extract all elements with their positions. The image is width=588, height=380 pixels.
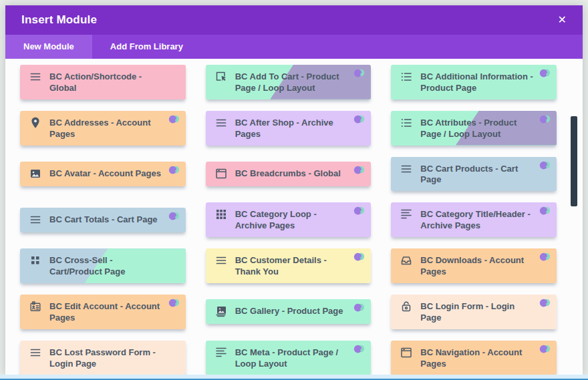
module-tile-bc-category-title-header-archive-pages[interactable]: BC Category Title/Header - Archive Pages [391,202,557,237]
module-tile-bc-action-shortcode-global[interactable]: BC Action/Shortcode - Global [20,65,186,100]
module-tile-label: BC Add To Cart - Product Page / Loop Lay… [235,71,350,94]
scrollbar-thumb[interactable] [571,116,577,206]
grid-icon [214,208,228,221]
module-tile-label: BC Login Form - Login Page [420,301,535,324]
module-tile-bc-cart-totals-cart-page[interactable]: BC Cart Totals - Cart Page [20,208,186,232]
ai-badge-icon [353,344,365,354]
module-tile-label: BC Navigation - Account Pages [420,347,535,370]
module-tile-bc-after-shop-archive-pages[interactable]: BC After Shop - Archive Pages [206,111,372,146]
cursor-click-icon [214,70,228,83]
module-tile-bc-downloads-account-pages[interactable]: BC Downloads - Account Pages [391,248,557,283]
module-tile-label: BC Category Title/Header - Archive Pages [420,209,535,232]
ai-badge-icon [168,114,180,124]
module-tile-label: BC Customer Details - Thank You [235,255,350,278]
ai-badge-icon [168,298,180,308]
module-tile-bc-category-loop-archive-pages[interactable]: BC Category Loop - Archive Pages [206,202,372,237]
id-card-icon [29,300,42,313]
module-tile-bc-cross-sell-cart-product-page[interactable]: BC Cross-Sell - Cart/Product Page [20,248,186,283]
ai-badge-icon [539,252,551,262]
blocks-icon [29,254,42,267]
ai-badge-icon [539,344,551,354]
module-tile-label: BC Cross-Sell - Cart/Product Page [49,255,164,278]
module-tile-label: BC Lost Password Form - Login Page [49,347,164,370]
ai-badge-icon [353,68,365,78]
detail-list-icon [400,70,413,83]
insert-module-modal: Insert Module ✕ New Module Add From Libr… [5,5,583,375]
close-icon[interactable]: ✕ [558,15,567,25]
module-tile-label: BC Meta - Product Page / Loop Layout [235,347,350,370]
text-align-icon [214,346,228,359]
ai-badge-icon [353,114,365,124]
module-tile-bc-attributes-product-page-loop-layout[interactable]: BC Attributes - Product Page / Loop Layo… [391,111,557,146]
module-tile-label: BC Gallery - Product Page [235,306,343,317]
ai-badge-icon [353,252,365,262]
menu-icon [29,346,42,359]
ai-badge-icon [168,211,180,221]
modal-tabs: New Module Add From Library [5,35,583,59]
module-tile-bc-cart-products-cart-page[interactable]: BC Cart Products - Cart Page [391,157,557,192]
modal-title: Insert Module [21,13,97,27]
ai-badge-icon [539,298,551,308]
ai-badge-icon [353,206,365,216]
ai-badge-icon [539,114,551,124]
module-tile-label: BC Action/Shortcode - Global [49,71,164,94]
module-tile-label: BC Downloads - Account Pages [420,255,535,278]
window-icon [400,346,413,359]
module-tile-label: BC Avatar - Account Pages [49,168,161,180]
tab-add-from-library[interactable]: Add From Library [92,35,201,59]
ai-badge-icon [539,68,551,78]
image-icon [29,167,42,180]
menu-icon [214,254,228,267]
module-tile-bc-customer-details-thank-you[interactable]: BC Customer Details - Thank You [206,248,372,283]
module-tile-label: BC Additional Information - Product Page [420,71,535,94]
ai-badge-icon [353,165,365,175]
module-tile-label: BC Category Loop - Archive Pages [235,209,350,232]
module-tile-bc-add-to-cart-product-page-loop-layout[interactable]: BC Add To Cart - Product Page / Loop Lay… [206,65,372,100]
menu-icon [29,70,42,83]
lock-icon [400,300,413,313]
module-tile-bc-edit-account-account-pages[interactable]: BC Edit Account - Account Pages [20,295,186,329]
module-tile-bc-addresses-account-pages[interactable]: BC Addresses - Account Pages [20,111,186,146]
module-tile-label: BC Addresses - Account Pages [49,118,164,140]
page-background-strip [0,375,588,380]
menu-icon [400,162,413,176]
module-tile-bc-login-form-login-page[interactable]: BC Login Form - Login Page [391,295,557,329]
module-tile-label: BC Cart Totals - Cart Page [49,214,158,226]
module-tile-label: BC Cart Products - Cart Page [420,164,535,186]
modal-header: Insert Module ✕ [5,5,583,35]
text-align-icon [400,208,413,221]
tab-new-module[interactable]: New Module [5,35,92,59]
window-icon [214,167,228,180]
module-tile-label: BC Attributes - Product Page / Loop Layo… [420,118,535,140]
ai-badge-icon [353,303,365,313]
module-tile-label: BC Breadcrumbs - Global [235,168,341,180]
menu-icon [29,213,42,226]
module-tile-bc-navigation-account-pages[interactable]: BC Navigation - Account Pages [391,341,557,375]
map-pin-icon [29,116,42,130]
ai-badge-icon [539,206,551,216]
module-tile-bc-breadcrumbs-global[interactable]: BC Breadcrumbs - Global [206,162,372,186]
module-tile-bc-lost-password-form-login-page[interactable]: BC Lost Password Form - Login Page [20,341,186,375]
module-tile-bc-gallery-product-page[interactable]: BC Gallery - Product Page [206,299,372,324]
menu-icon [214,116,228,130]
module-grid: BC Action/Shortcode - Global BC Add To C… [20,65,557,375]
module-tile-bc-additional-information-product-page[interactable]: BC Additional Information - Product Page [391,65,557,100]
ai-badge-icon [539,160,551,170]
module-tile-bc-meta-product-page-loop-layout[interactable]: BC Meta - Product Page / Loop Layout [206,341,372,375]
ai-badge-icon [168,165,180,175]
inbox-icon [400,254,413,267]
gallery-icon [214,305,228,318]
module-tile-label: BC After Shop - Archive Pages [235,118,350,140]
detail-list-icon [400,116,413,130]
module-tile-bc-avatar-account-pages[interactable]: BC Avatar - Account Pages [20,162,186,186]
module-list-panel: BC Action/Shortcode - Global BC Add To C… [5,59,583,375]
module-tile-label: BC Edit Account - Account Pages [49,301,164,324]
